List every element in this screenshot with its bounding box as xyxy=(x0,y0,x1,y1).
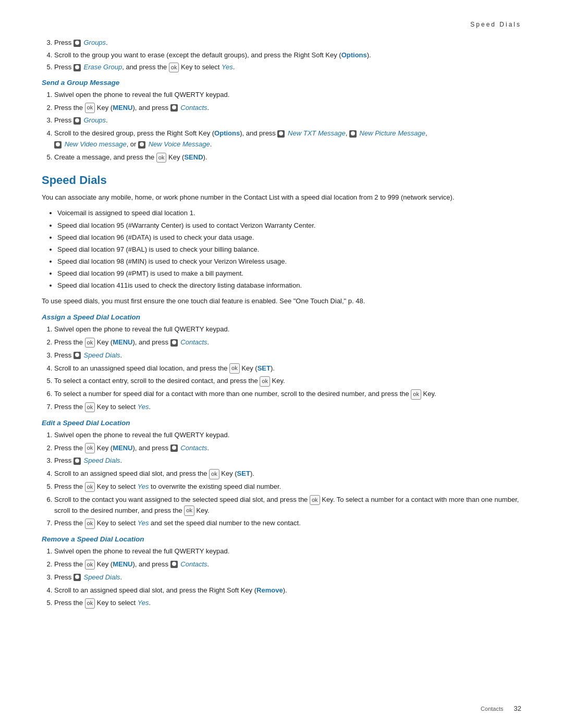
contact-icon-groups xyxy=(74,40,81,47)
speed-dials-section: Speed Dials You can associate any mobile… xyxy=(42,174,521,609)
yes-link-5: Yes xyxy=(138,599,149,607)
contact-icon-4 xyxy=(349,130,357,138)
contacts-link-4: Contacts xyxy=(180,560,207,568)
contact-icon-5 xyxy=(54,141,62,149)
edit-section: Edit a Speed Dial Location Swivel open t… xyxy=(42,419,521,529)
contact-icon-1 xyxy=(170,104,178,112)
send-group-step-1: Swivel open the phone to reveal the full… xyxy=(54,90,521,101)
assign-step-4: Scroll to an unassigned speed dial locat… xyxy=(54,363,521,374)
yes-link-2: Yes xyxy=(138,403,149,411)
remove-highlight: Remove xyxy=(256,586,283,594)
edit-step-1: Swivel open the phone to reveal the full… xyxy=(54,430,521,441)
remove-step-4: Scroll to an assigned speed dial slot, a… xyxy=(54,585,521,596)
bullet-4: Speed dial location 97 (#BAL) is used to… xyxy=(57,244,521,255)
options-highlight: Options xyxy=(341,51,367,59)
ok-key-11: ok xyxy=(85,482,95,492)
set-highlight-1: SET xyxy=(258,364,271,372)
top-step-4: Scroll to the group you want to erase (e… xyxy=(54,50,521,60)
edit-step-7: Press the ok Key to select Yes and set t… xyxy=(54,518,521,529)
send-group-title: Send a Group Message xyxy=(42,79,521,87)
options-highlight-2: Options xyxy=(214,129,240,137)
assign-step-2: Press the ok Key (MENU), and press Conta… xyxy=(54,337,521,348)
speed-dials-bullets: Voicemail is assigned to speed dial loca… xyxy=(57,208,521,291)
remove-section: Remove a Speed Dial Location Swivel open… xyxy=(42,535,521,609)
contact-icon-10 xyxy=(74,458,81,465)
remove-step-3: Press Speed Dials. xyxy=(54,572,521,583)
ok-key-15: ok xyxy=(85,560,95,570)
speed-dials-link-1: Speed Dials xyxy=(83,351,120,359)
assign-section: Assign a Speed Dial Location Swivel open… xyxy=(42,313,521,413)
header-title: Speed Dials xyxy=(470,21,521,28)
bullet-5: Speed dial location 98 (#MIN) is used to… xyxy=(57,256,521,267)
ok-key-2: ok xyxy=(85,103,95,113)
ok-key-13: ok xyxy=(184,505,194,516)
footer-label: Contacts xyxy=(481,706,503,712)
new-voice-link: New Voice Message xyxy=(149,140,210,148)
ok-key-8: ok xyxy=(85,402,95,413)
menu-highlight-4: MENU xyxy=(113,560,132,568)
send-group-step-2: Press the ok Key (MENU), and press Conta… xyxy=(54,103,521,114)
top-section: Press Groups. Scroll to the group you wa… xyxy=(42,38,521,72)
yes-link-4: Yes xyxy=(138,519,149,527)
new-picture-link: New Picture Message xyxy=(360,129,425,137)
contact-icon-2 xyxy=(74,117,81,125)
assign-step-3: Press Speed Dials. xyxy=(54,350,521,361)
edit-title: Edit a Speed Dial Location xyxy=(42,419,521,427)
edit-step-2: Press the ok Key (MENU), and press Conta… xyxy=(54,443,521,454)
send-group-step-3: Press Groups. xyxy=(54,115,521,126)
contact-icon-11 xyxy=(170,561,178,568)
edit-step-3: Press Speed Dials. xyxy=(54,455,521,466)
ok-key-3: ok xyxy=(156,153,167,163)
assign-step-6: To select a number for speed dial for a … xyxy=(54,389,521,400)
ok-key-12: ok xyxy=(310,495,320,505)
assign-title: Assign a Speed Dial Location xyxy=(42,313,521,321)
menu-highlight-3: MENU xyxy=(113,444,132,452)
send-group-section: Send a Group Message Swivel open the pho… xyxy=(42,79,521,163)
contact-icon-3 xyxy=(277,130,285,138)
erase-group-link: Erase Group xyxy=(83,63,122,71)
ok-key-6: ok xyxy=(260,376,270,387)
top-step-3: Press Groups. xyxy=(54,38,521,48)
ok-key-4: ok xyxy=(85,338,95,348)
yes-link-1: Yes xyxy=(222,63,233,71)
remove-step-1: Swivel open the phone to reveal the full… xyxy=(54,546,521,557)
contact-icon-6 xyxy=(138,141,145,149)
footer-page: 32 xyxy=(514,705,521,712)
contact-icon-12 xyxy=(74,574,81,581)
speed-dials-link-3: Speed Dials xyxy=(83,573,120,581)
contact-icon-erase xyxy=(74,64,81,71)
set-highlight-2: SET xyxy=(237,470,250,477)
contacts-link-2: Contacts xyxy=(180,338,207,346)
bullet-1: Voicemail is assigned to speed dial loca… xyxy=(57,208,521,218)
assign-step-5: To select a contact entry, scroll to the… xyxy=(54,376,521,387)
groups-link-1: Groups xyxy=(83,39,106,46)
page-footer: Contacts 32 xyxy=(481,705,521,712)
contacts-link-1: Contacts xyxy=(180,104,207,112)
send-group-step-4: Scroll to the desired group, press the R… xyxy=(54,128,521,150)
ok-key-5: ok xyxy=(229,363,240,374)
remove-title: Remove a Speed Dial Location xyxy=(42,535,521,543)
ok-key-16: ok xyxy=(85,598,95,609)
ok-key-9: ok xyxy=(85,443,95,453)
edit-step-5: Press the ok Key to select Yes to overwr… xyxy=(54,482,521,492)
ok-key-14: ok xyxy=(85,519,95,529)
menu-highlight-2: MENU xyxy=(113,338,132,346)
ok-key-1: ok xyxy=(169,63,179,72)
bullet-6: Speed dial location 99 (#PMT) is used to… xyxy=(57,268,521,279)
ok-key-10: ok xyxy=(209,469,219,479)
speed-dials-description: You can associate any mobile, home, or w… xyxy=(42,192,521,203)
remove-step-5: Press the ok Key to select Yes. xyxy=(54,598,521,609)
ok-key-7: ok xyxy=(411,389,421,400)
send-highlight: SEND xyxy=(184,153,203,161)
speed-dials-link-2: Speed Dials xyxy=(83,456,120,464)
contact-icon-7 xyxy=(170,339,178,347)
groups-link-2: Groups xyxy=(83,116,106,124)
speed-dials-title: Speed Dials xyxy=(42,174,521,187)
yes-link-3: Yes xyxy=(138,483,149,490)
page-header: Speed Dials xyxy=(42,21,521,28)
bullet-7: Speed dial location 411is used to check … xyxy=(57,280,521,291)
remove-step-2: Press the ok Key (MENU), and press Conta… xyxy=(54,559,521,570)
assign-step-7: Press the ok Key to select Yes. xyxy=(54,402,521,413)
edit-step-6: Scroll to the contact you want assigned … xyxy=(54,495,521,516)
bullet-3: Speed dial location 96 (#DATA) is used t… xyxy=(57,232,521,243)
